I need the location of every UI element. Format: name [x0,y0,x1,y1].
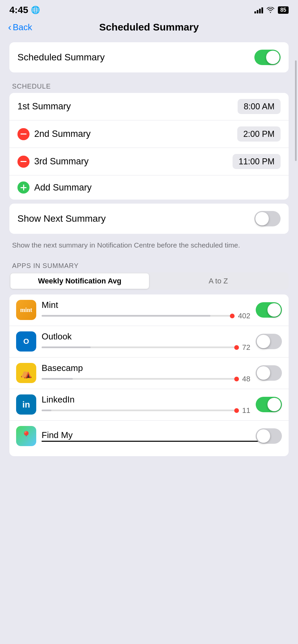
wifi-icon [266,7,275,13]
toggle-knob-off [255,212,269,225]
show-next-summary-row: Show Next Summary [9,204,289,234]
battery-indicator: 85 [278,6,289,14]
schedule-card: 1st Summary 8:00 AM 2nd Summary 2:00 PM … [9,93,289,200]
show-next-summary-toggle[interactable] [254,211,281,226]
back-label: Back [13,22,32,33]
schedule-row-1st: 1st Summary 8:00 AM [9,93,289,120]
linkedin-slider-dot [234,408,239,413]
sort-tab-weekly[interactable]: Weekly Notification Avg [10,273,149,289]
signal-icon [254,7,263,13]
basecamp-app-name: Basecamp [42,363,250,373]
outlook-slider-row: 72 [42,343,250,352]
app-row-outlook: O Outlook 72 [9,326,289,358]
schedule-left-1st: 1st Summary [17,101,71,112]
outlook-app-info: Outlook 72 [42,331,250,352]
remove-3rd-button[interactable] [17,156,30,168]
mint-slider-row: 402 [42,312,250,320]
plus-icon [20,184,27,191]
schedule-left-3rd: 3rd Summary [17,156,89,168]
mint-slider-dot [230,314,235,318]
mint-app-info: Mint 402 [42,300,250,320]
toggle-knob [257,366,270,380]
outlook-toggle[interactable] [256,334,282,349]
show-next-summary-description: Show the next summary in Notification Ce… [9,238,289,256]
linkedin-app-name: LinkedIn [42,394,250,405]
toggle-knob [267,398,281,411]
app-row-mint: mint Mint 402 [9,294,289,326]
outlook-count: 72 [242,343,250,352]
schedule-left-2nd: 2nd Summary [17,128,91,140]
nav-bar: ‹ Back Scheduled Summary [0,18,298,39]
summary-1st-time[interactable]: 8:00 AM [238,99,281,114]
status-right: 85 [254,6,289,14]
summary-3rd-time[interactable]: 11:00 PM [233,154,281,169]
summary-1st-label: 1st Summary [17,101,71,112]
globe-icon: 🌐 [31,6,40,14]
linkedin-slider-row: 11 [42,406,250,415]
summary-2nd-label: 2nd Summary [34,129,91,139]
back-button[interactable]: ‹ Back [8,22,32,33]
page-title: Scheduled Summary [99,21,199,33]
outlook-slider-fill [42,346,91,348]
mint-count: 402 [238,312,250,320]
schedule-row-2nd: 2nd Summary 2:00 PM [9,120,289,148]
status-bar: 4:45 🌐 85 [0,0,298,18]
sort-tab-atoz[interactable]: A to Z [149,273,288,289]
add-summary-row[interactable]: Add Summary [9,175,289,200]
add-summary-left: Add Summary [17,181,92,194]
basecamp-slider-fill [42,378,73,380]
remove-2nd-button[interactable] [17,128,30,140]
outlook-slider-track[interactable] [42,346,238,348]
basecamp-slider-dot [234,377,239,381]
apps-card: mint Mint 402 O [9,294,289,456]
linkedin-toggle[interactable] [256,397,282,412]
app-row-basecamp: ⛺ Basecamp 48 [9,358,289,389]
schedule-section-header: SCHEDULE [9,76,289,93]
toggle-knob [257,429,270,443]
sort-tabs: Weekly Notification Avg A to Z [9,272,289,290]
linkedin-count: 11 [242,406,250,415]
findmy-toggle[interactable] [256,428,282,444]
toggle-knob [257,335,270,348]
back-chevron-icon: ‹ [8,22,11,32]
basecamp-count: 48 [242,375,250,383]
linkedin-slider-fill [42,410,51,411]
status-time: 4:45 🌐 [9,5,40,15]
linkedin-app-info: LinkedIn 11 [42,394,250,415]
basecamp-app-info: Basecamp 48 [42,363,250,383]
show-next-summary-label: Show Next Summary [17,213,106,224]
summary-3rd-label: 3rd Summary [34,156,89,167]
linkedin-slider-track[interactable] [42,410,238,411]
app-row-linkedin: in LinkedIn 11 [9,389,289,421]
basecamp-slider-row: 48 [42,375,250,383]
scheduled-summary-row: Scheduled Summary [9,42,289,72]
app-row-findmy: 📍 Find My [9,421,289,456]
scheduled-summary-card: Scheduled Summary [9,42,289,72]
basecamp-app-icon: ⛺ [16,363,36,383]
mint-toggle[interactable] [256,302,282,318]
linkedin-app-icon: in [16,394,36,415]
findmy-app-info: Find My [42,430,250,442]
mint-app-icon: mint [16,300,36,320]
findmy-app-icon: 📍 [16,426,36,446]
outlook-app-icon: O [16,331,36,352]
basecamp-toggle[interactable] [256,365,282,381]
findmy-app-name: Find My [42,430,250,440]
mint-app-name: Mint [42,300,250,310]
minus-icon [20,133,27,135]
schedule-row-3rd: 3rd Summary 11:00 PM [9,148,289,175]
add-summary-button[interactable] [17,181,30,194]
outlook-app-name: Outlook [42,331,250,342]
summary-2nd-time[interactable]: 2:00 PM [237,126,281,142]
outlook-slider-dot [234,345,239,350]
scheduled-summary-label: Scheduled Summary [17,52,105,63]
mint-slider-track[interactable] [42,315,233,317]
scrollbar[interactable] [295,60,297,161]
basecamp-slider-track[interactable] [42,378,238,380]
toggle-knob [266,51,280,64]
add-summary-label: Add Summary [34,182,92,193]
mint-slider-fill [42,315,210,317]
toggle-knob [267,303,281,317]
scheduled-summary-toggle[interactable] [254,50,281,65]
show-next-summary-card: Show Next Summary [9,204,289,234]
